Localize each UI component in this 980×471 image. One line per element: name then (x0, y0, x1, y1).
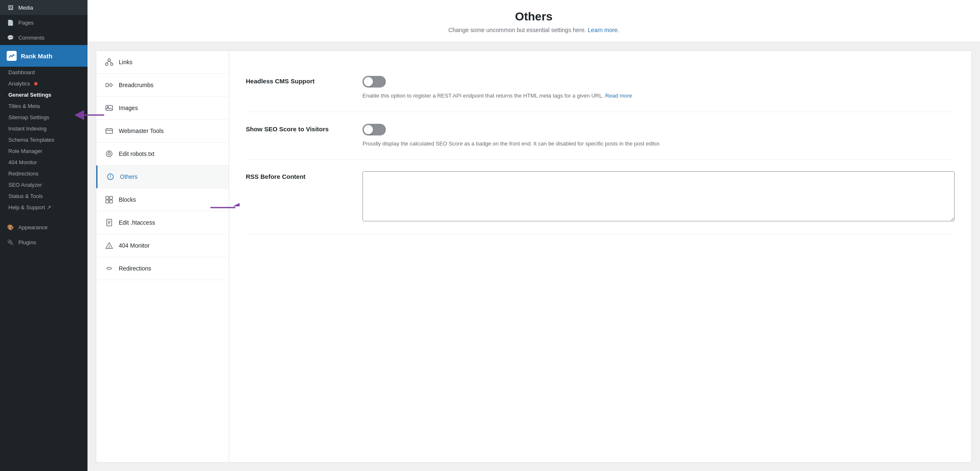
left-panel-item-webmaster[interactable]: Webmaster Tools (96, 120, 229, 143)
seo-score-toggle[interactable] (362, 124, 386, 135)
setting-control-rss (362, 171, 955, 223)
toggle-wrapper-headless (362, 76, 955, 88)
svg-rect-19 (110, 200, 112, 203)
rss-textarea[interactable] (362, 171, 955, 221)
left-panel-item-404-monitor[interactable]: 404 Monitor (96, 234, 229, 257)
rank-math-header[interactable]: Rank Math (0, 45, 88, 67)
comments-icon: 💬 (7, 34, 14, 41)
svg-point-25 (109, 248, 110, 248)
sidebar-sub-sitemap[interactable]: Sitemap Settings (0, 112, 88, 123)
sidebar-item-plugins[interactable]: 🔌 Plugins (0, 235, 88, 250)
sidebar-sub-404-monitor[interactable]: 404 Monitor (0, 157, 88, 168)
page-header: Others Change some uncommon but essentia… (88, 0, 980, 42)
setting-label-headless: Headless CMS Support (246, 76, 346, 85)
sidebar-item-appearance[interactable]: 🎨 Appearance (0, 220, 88, 235)
svg-point-11 (108, 153, 110, 155)
left-panel-item-htaccess[interactable]: Edit .htaccess (96, 211, 229, 234)
sidebar-item-label: Media (18, 5, 33, 11)
sidebar-item-label: Pages (18, 20, 34, 26)
rank-math-icon (7, 51, 17, 61)
media-icon: 🖼 (7, 4, 14, 11)
setting-control-headless: Enable this option to register a REST AP… (362, 76, 955, 100)
svg-rect-16 (106, 196, 109, 199)
sidebar-sub-status-tools[interactable]: Status & Tools (0, 190, 88, 202)
svg-rect-8 (106, 129, 112, 133)
page-subtitle: Change some uncommon but essential setti… (104, 27, 963, 33)
left-panel-label: Redirections (119, 265, 151, 272)
main-content: Others Change some uncommon but essentia… (88, 0, 980, 471)
setting-label-rss: RSS Before Content (246, 171, 346, 180)
svg-line-3 (107, 61, 109, 63)
sidebar-sub-help-support[interactable]: Help & Support ↗ (0, 202, 88, 213)
webmaster-icon (105, 126, 114, 135)
sidebar-item-comments[interactable]: 💬 Comments (0, 30, 88, 45)
setting-control-seo-score: Proudly display the calculated SEO Score… (362, 124, 955, 148)
monitor-icon (105, 241, 114, 250)
setting-row-seo-score: Show SEO Score to Visitors Proudly displ… (246, 112, 955, 160)
sidebar-sub-seo-analyzer[interactable]: SEO Analyzer (0, 179, 88, 190)
svg-point-2 (110, 63, 113, 65)
left-panel-label: Images (119, 105, 138, 111)
sidebar-item-pages[interactable]: 📄 Pages (0, 15, 88, 30)
right-panel: Headless CMS Support Enable this option … (229, 50, 972, 463)
left-panel-item-breadcrumbs[interactable]: Breadcrumbs (96, 74, 229, 97)
left-panel-item-others[interactable]: Others (96, 165, 229, 188)
setting-row-headless: Headless CMS Support Enable this option … (246, 64, 955, 112)
left-panel-item-robots[interactable]: Edit robots.txt (96, 143, 229, 165)
sidebar-item-label: Plugins (18, 239, 36, 246)
left-panel-label: Links (119, 59, 132, 65)
sidebar-sub-titles-meta[interactable]: Titles & Meta (0, 100, 88, 112)
sidebar-sub-role-manager[interactable]: Role Manager (0, 145, 88, 157)
svg-rect-17 (110, 196, 112, 199)
sidebar-sub-schema-templates[interactable]: Schema Templates (0, 134, 88, 145)
svg-rect-18 (106, 200, 109, 203)
links-icon (105, 58, 114, 67)
toggle-wrapper-seo-score (362, 124, 955, 135)
left-panel-item-blocks[interactable]: Blocks (96, 188, 229, 211)
analytics-notification-dot (34, 82, 38, 85)
left-panel: Links Breadcrumbs (96, 50, 229, 463)
seo-score-description: Proudly display the calculated SEO Score… (362, 140, 955, 148)
learn-more-link[interactable]: Learn more (588, 27, 618, 33)
pages-icon: 📄 (7, 19, 14, 26)
sidebar-sub-general-settings[interactable]: General Settings (0, 89, 88, 100)
left-panel-label: Others (120, 173, 138, 180)
headless-cms-toggle[interactable] (362, 76, 386, 88)
left-panel-label: Blocks (119, 196, 136, 203)
left-panel-label: Edit .htaccess (119, 219, 155, 226)
setting-label-seo-score: Show SEO Score to Visitors (246, 124, 346, 133)
left-panel-item-images[interactable]: Images (96, 97, 229, 120)
left-panel-item-redirections[interactable]: Redirections (96, 257, 229, 280)
left-panel-label: Webmaster Tools (119, 128, 164, 134)
left-panel-label: Edit robots.txt (119, 150, 155, 157)
rank-math-label: Rank Math (21, 53, 52, 60)
redirections-icon (105, 264, 114, 273)
blocks-icon (105, 195, 114, 204)
left-panel-label: Breadcrumbs (119, 82, 153, 88)
sidebar-item-label: Appearance (18, 224, 48, 230)
svg-point-1 (105, 63, 108, 65)
setting-row-rss: RSS Before Content (246, 160, 955, 235)
others-icon (106, 172, 115, 181)
images-icon (105, 103, 114, 113)
page-title: Others (104, 10, 963, 23)
content-area: Links Breadcrumbs (88, 42, 980, 471)
sidebar-sub-dashboard[interactable]: Dashboard (0, 67, 88, 78)
svg-rect-6 (106, 105, 112, 110)
headless-description: Enable this option to register a REST AP… (362, 92, 955, 100)
headless-read-more-link[interactable]: Read more (605, 93, 632, 99)
htaccess-icon (105, 218, 114, 227)
sidebar: 🖼 Media 📄 Pages 💬 Comments Rank Math Das… (0, 0, 88, 471)
sidebar-item-label: Comments (18, 35, 45, 41)
breadcrumbs-icon (105, 80, 114, 90)
left-panel-label: 404 Monitor (119, 242, 150, 249)
appearance-icon: 🎨 (7, 223, 14, 231)
left-panel-item-links[interactable]: Links (96, 51, 229, 74)
sidebar-sub-redirections[interactable]: Redirections (0, 168, 88, 179)
sidebar-item-media[interactable]: 🖼 Media (0, 0, 88, 15)
robots-icon (105, 149, 114, 158)
sidebar-sub-analytics[interactable]: Analytics (0, 78, 88, 89)
sidebar-sub-instant-indexing[interactable]: Instant Indexing (0, 123, 88, 134)
svg-rect-5 (106, 83, 108, 87)
plugins-icon: 🔌 (7, 238, 14, 246)
